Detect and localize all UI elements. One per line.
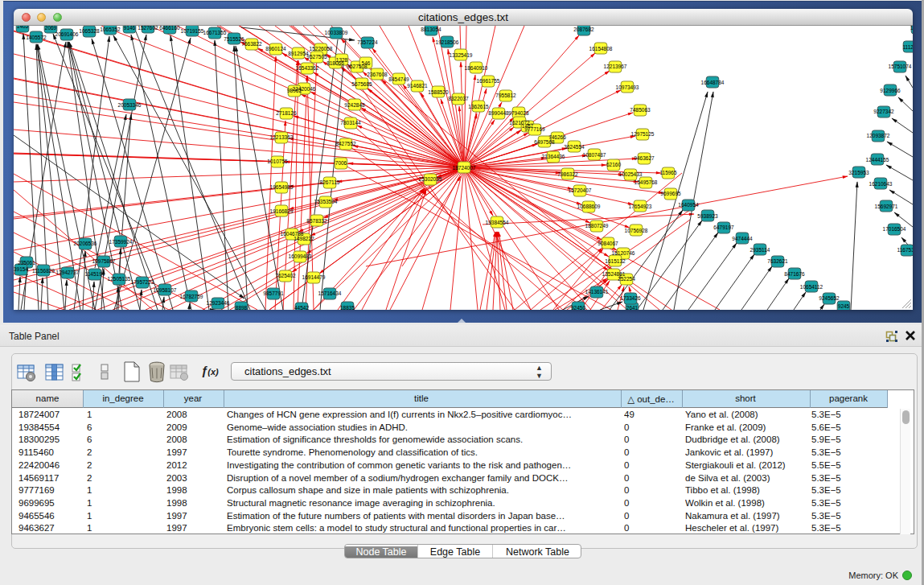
svg-text:8427552: 8427552 [335,141,356,146]
svg-text:8471676: 8471676 [784,271,805,277]
svg-text:10033809: 10033809 [325,30,348,35]
svg-text:16120746: 16120746 [612,250,635,256]
svg-text:18640910: 18640910 [465,65,488,71]
svg-text:1328: 1328 [336,57,348,63]
svg-text:7663822: 7663822 [241,41,262,47]
svg-text:15751074: 15751074 [889,64,912,69]
svg-text:1615132: 1615132 [605,258,626,264]
svg-text:10654112: 10654112 [800,284,823,290]
svg-text:8912954: 8912954 [288,51,309,56]
svg-text:12213363: 12213363 [270,134,294,140]
svg-text:16671355: 16671355 [203,30,227,35]
svg-text:2935114: 2935114 [750,247,770,253]
svg-text:17016504: 17016504 [883,226,906,232]
svg-text:12093872: 12093872 [867,133,890,138]
svg-text:18724007: 18724007 [453,165,476,171]
svg-text:12923446: 12923446 [207,300,230,306]
svg-text:16543362: 16543362 [296,65,319,71]
svg-text:19654985: 19654985 [270,184,294,190]
svg-text:18835: 18835 [340,305,355,310]
svg-text:17654923: 17654923 [629,204,652,209]
svg-text:235061: 235061 [18,260,35,266]
svg-text:1733426: 1733426 [620,295,641,301]
svg-text:3624554: 3624554 [564,144,585,150]
svg-text:16782759: 16782759 [180,294,203,299]
svg-text:20206536: 20206536 [74,241,97,246]
svg-text:546: 546 [362,60,371,66]
svg-text:19166829: 19166829 [270,208,294,214]
svg-text:8267115: 8267115 [320,179,340,185]
svg-text:19218506: 19218506 [436,39,459,45]
svg-text:2069: 2069 [45,26,57,31]
svg-text:7625402: 7625402 [275,273,296,278]
svg-text:8898: 8898 [236,305,248,310]
svg-text:7632621: 7632621 [767,258,788,264]
svg-text:1010755: 1010755 [267,159,288,164]
svg-text:16961755: 16961755 [477,78,500,84]
svg-text:7006: 7006 [335,160,347,166]
svg-text:1640954: 1640954 [678,202,699,208]
svg-text:15226058: 15226058 [310,46,333,51]
svg-text:10975867: 10975867 [92,258,116,264]
svg-text:15495768: 15495768 [634,179,658,185]
svg-text:92450: 92450 [571,305,585,310]
svg-text:5938923: 5938923 [697,213,718,219]
svg-text:8990448: 8990448 [488,110,509,116]
svg-text:16210643: 16210643 [869,181,893,187]
svg-text:15353594: 15353594 [314,199,338,204]
svg-text:252254: 252254 [618,276,635,282]
svg-text:9129966: 9129966 [880,88,901,93]
svg-text:7955812: 7955812 [495,93,516,98]
svg-text:20053346: 20053346 [118,102,142,108]
svg-text:9527505: 9527505 [306,54,327,60]
svg-text:10807487: 10807487 [583,152,606,158]
svg-text:10973493: 10973493 [616,84,639,90]
svg-text:9699695: 9699695 [660,191,681,196]
svg-text:9146: 9146 [124,26,136,31]
svg-text:17359924: 17359924 [109,239,133,245]
svg-text:20691406: 20691406 [55,31,79,37]
svg-text:15692971: 15692971 [875,204,898,209]
svg-text:6479197: 6479197 [713,225,734,230]
svg-text:16648784: 16648784 [701,80,725,85]
svg-text:10756928: 10756928 [625,228,648,233]
svg-text:2641: 2641 [626,305,639,310]
svg-text:9857791: 9857791 [263,290,284,296]
svg-text:16099483: 16099483 [289,253,312,259]
svg-text:1498222: 1498222 [294,236,314,241]
svg-text:1405: 1405 [17,26,29,29]
svg-text:5675685: 5675685 [351,81,372,87]
svg-text:3215953: 3215953 [848,170,869,175]
svg-text:98962: 98962 [287,88,302,93]
svg-text:8960124: 8960124 [265,46,286,51]
svg-text:16914479: 16914479 [302,274,326,280]
svg-text:9227342: 9227342 [873,109,894,114]
svg-text:16052: 16052 [910,26,913,31]
svg-text:1527602: 1527602 [138,26,158,31]
svg-text:10025433: 10025433 [619,171,643,177]
svg-text:9245652: 9245652 [819,295,840,301]
svg-text:15720407: 15720407 [569,187,592,193]
svg-text:7485063: 7485063 [630,107,651,113]
svg-text:11122: 11122 [902,44,913,50]
svg-text:39154: 39154 [14,266,28,272]
svg-text:14136141: 14136141 [585,289,609,295]
svg-text:8578332: 8578332 [306,218,327,224]
svg-text:12213967: 12213967 [604,64,627,69]
svg-text:1065328: 1065328 [79,28,100,34]
svg-text:12942737: 12942737 [56,270,80,275]
svg-text:6497568: 6497568 [534,139,555,145]
svg-text:2718126: 2718126 [276,110,297,116]
svg-text:7357224: 7357224 [357,39,378,45]
svg-text:15716434: 15716434 [318,290,342,296]
svg-text:10719155: 10719155 [181,28,204,34]
svg-text:9794028: 9794028 [508,110,529,116]
svg-text:18807249: 18807249 [585,223,609,229]
svg-text:2087682: 2087682 [573,27,594,32]
svg-text:10958107: 10958107 [154,287,177,293]
svg-text:8454749: 8454749 [388,76,409,82]
svg-text:8813054: 8813054 [421,27,441,32]
svg-text:1588520: 1588520 [428,89,449,95]
svg-text:9777169: 9777169 [524,126,545,132]
svg-text:44542: 44542 [294,305,309,310]
